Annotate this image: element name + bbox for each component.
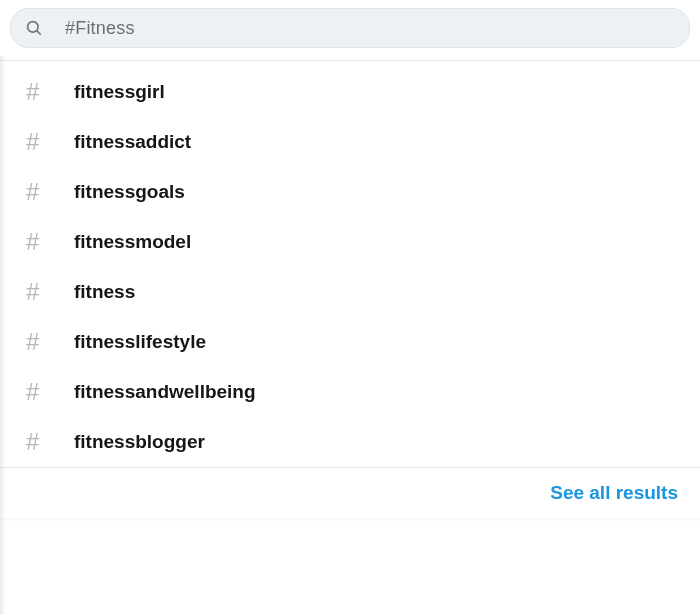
suggestion-text: fitness xyxy=(74,281,135,303)
search-input[interactable] xyxy=(65,18,675,39)
hashtag-icon: # xyxy=(26,280,74,304)
suggestion-text: fitnessaddict xyxy=(74,131,191,153)
hashtag-icon: # xyxy=(26,430,74,454)
suggestion-item[interactable]: #fitnesslifestyle xyxy=(0,317,700,367)
hashtag-icon: # xyxy=(26,180,74,204)
hashtag-icon: # xyxy=(26,130,74,154)
svg-point-0 xyxy=(28,22,39,33)
suggestion-text: fitnessblogger xyxy=(74,431,205,453)
hashtag-icon: # xyxy=(26,330,74,354)
hashtag-icon: # xyxy=(26,380,74,404)
suggestion-list: #fitnessgirl#fitnessaddict#fitnessgoals#… xyxy=(0,61,700,467)
hashtag-icon: # xyxy=(26,230,74,254)
suggestion-text: fitnessgirl xyxy=(74,81,165,103)
suggestion-item[interactable]: #fitnessgoals xyxy=(0,167,700,217)
search-icon xyxy=(25,19,43,37)
suggestion-item[interactable]: #fitnessgirl xyxy=(0,67,700,117)
hashtag-icon: # xyxy=(26,80,74,104)
dropdown-footer: See all results xyxy=(0,467,700,518)
suggestion-item[interactable]: #fitnessmodel xyxy=(0,217,700,267)
suggestion-item[interactable]: #fitnessaddict xyxy=(0,117,700,167)
see-all-results-link[interactable]: See all results xyxy=(550,482,678,503)
suggestion-text: fitnessandwellbeing xyxy=(74,381,256,403)
suggestion-text: fitnessgoals xyxy=(74,181,185,203)
svg-line-1 xyxy=(37,31,41,35)
suggestion-text: fitnesslifestyle xyxy=(74,331,206,353)
suggestion-item[interactable]: #fitness xyxy=(0,267,700,317)
suggestion-item[interactable]: #fitnessandwellbeing xyxy=(0,367,700,417)
search-dropdown: #fitnessgirl#fitnessaddict#fitnessgoals#… xyxy=(0,60,700,518)
search-box[interactable] xyxy=(10,8,690,48)
suggestion-text: fitnessmodel xyxy=(74,231,191,253)
suggestion-item[interactable]: #fitnessblogger xyxy=(0,417,700,467)
